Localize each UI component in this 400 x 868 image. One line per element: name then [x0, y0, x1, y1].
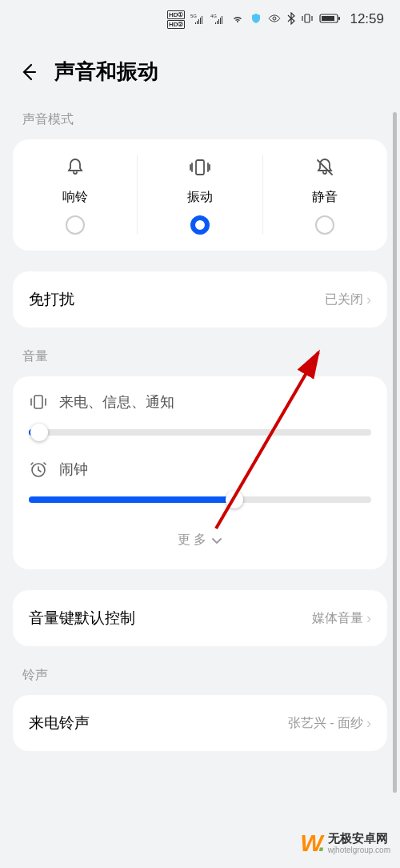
hd-badges: HD① HD② [167, 10, 186, 29]
security-shield-icon [250, 13, 262, 26]
alarm-slider-thumb[interactable] [226, 491, 243, 508]
battery-icon [319, 13, 340, 26]
alarm-icon [29, 460, 48, 479]
alarm-volume-section: 闹钟 [29, 460, 371, 503]
back-button[interactable] [16, 61, 38, 83]
mode-ring[interactable]: 响铃 [13, 155, 138, 235]
dnd-value: 已关闭 › [325, 291, 371, 308]
page-title: 声音和振动 [54, 58, 158, 86]
mode-vibrate-label: 振动 [187, 189, 213, 206]
bell-icon [63, 155, 87, 179]
mode-ring-label: 响铃 [62, 189, 88, 206]
dnd-title: 免打扰 [29, 289, 74, 310]
svg-rect-6 [196, 160, 204, 175]
vibrate-mode-icon [188, 155, 212, 179]
vibrate-icon [301, 12, 314, 27]
incoming-ringtone-value: 张艺兴 - 面纱 › [288, 715, 371, 732]
chevron-right-icon: › [366, 715, 371, 732]
ringtone-label: 铃声 [0, 667, 400, 684]
svg-rect-7 [34, 396, 42, 408]
wifi-icon [230, 13, 245, 26]
status-icons: HD① HD② 5G 4G [167, 10, 341, 29]
volume-more-button[interactable]: 更 多 [29, 527, 371, 553]
svg-rect-4 [338, 17, 340, 20]
ringtone-slider-thumb[interactable] [30, 424, 48, 441]
scroll-indicator[interactable] [393, 112, 397, 793]
mode-silent-label: 静音 [312, 189, 338, 206]
radio-silent[interactable] [315, 215, 334, 235]
clock-time: 12:59 [350, 11, 384, 27]
signal-4g-icon: 4G [210, 13, 225, 26]
bluetooth-icon [287, 12, 295, 27]
watermark-title: 无极安卓网 [328, 832, 390, 846]
ringtone-vol-label: 来电、信息、通知 [59, 392, 174, 412]
alarm-slider[interactable] [29, 496, 371, 503]
volume-key-value: 媒体音量 › [312, 610, 371, 627]
page-header: 声音和振动 [0, 38, 400, 111]
ringtone-card: 来电铃声 张艺兴 - 面纱 › [13, 695, 387, 751]
watermark-url: wjhotelgroup.com [328, 846, 390, 854]
watermark-logo-icon: W. [300, 830, 322, 857]
incoming-ringtone-row[interactable]: 来电铃声 张艺兴 - 面纱 › [13, 695, 387, 751]
volume-card: 来电、信息、通知 闹钟 更 多 [13, 376, 387, 569]
incoming-ringtone-title: 来电铃声 [29, 713, 90, 733]
volume-label: 音量 [0, 348, 400, 365]
ringtone-volume-section: 来电、信息、通知 [29, 392, 371, 436]
alarm-vol-label: 闹钟 [59, 460, 88, 479]
ringtone-vol-icon [29, 392, 48, 412]
eye-icon [267, 13, 282, 26]
sound-mode-card: 响铃 振动 静音 [13, 139, 387, 251]
radio-ring[interactable] [66, 215, 85, 235]
chevron-right-icon: › [366, 610, 371, 627]
svg-text:4G: 4G [210, 14, 217, 18]
svg-text:5G: 5G [190, 14, 197, 18]
dnd-row[interactable]: 免打扰 已关闭 › [13, 271, 387, 328]
bell-off-icon [313, 155, 337, 179]
chevron-down-icon [211, 533, 222, 548]
svg-rect-2 [305, 14, 310, 22]
signal-5g-icon: 5G [190, 13, 205, 26]
chevron-right-icon: › [366, 291, 371, 308]
volume-key-title: 音量键默认控制 [29, 608, 135, 629]
volume-key-row[interactable]: 音量键默认控制 媒体音量 › [13, 590, 387, 646]
status-bar: HD① HD② 5G 4G 12:59 [0, 0, 400, 38]
radio-vibrate[interactable] [190, 215, 210, 235]
svg-rect-5 [322, 16, 334, 21]
watermark: W. 无极安卓网 wjhotelgroup.com [300, 830, 390, 857]
volume-key-card: 音量键默认控制 媒体音量 › [13, 590, 387, 646]
mode-silent[interactable]: 静音 [263, 155, 387, 235]
ringtone-slider[interactable] [29, 429, 371, 436]
mode-vibrate[interactable]: 振动 [138, 155, 262, 235]
sound-mode-label: 声音模式 [0, 111, 400, 128]
dnd-card: 免打扰 已关闭 › [13, 271, 387, 328]
